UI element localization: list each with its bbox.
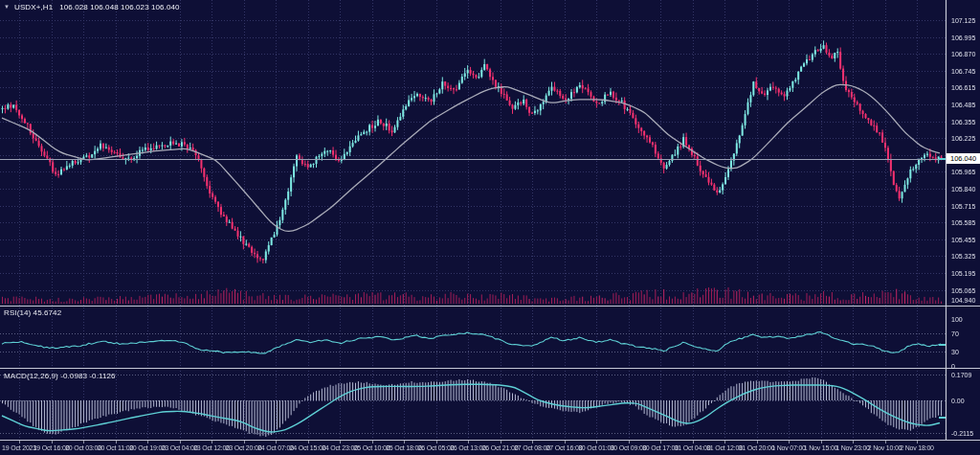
price-tick-label: 104.940 xyxy=(951,297,975,304)
time-tick-label: 20 Oct 11:00 xyxy=(98,444,133,451)
time-tick-label: 30 Oct 17:00 xyxy=(642,444,679,451)
price-tick-label: 105.840 xyxy=(951,186,975,193)
price-tick-label: 105.065 xyxy=(951,286,975,293)
time-tick-label: 31 Oct 20:00 xyxy=(739,444,775,451)
time-tick-label: 31 Oct 12:00 xyxy=(706,444,743,451)
time-tick-label: 1 Nov 23:00 xyxy=(835,444,870,451)
price-tick-label: 105.715 xyxy=(951,202,975,209)
time-tick-label: 19 Oct 2023 xyxy=(2,444,36,451)
macd-axis[interactable]: 0.17090.00-0.2115 xyxy=(946,370,980,440)
macd-tick-label: -0.2115 xyxy=(951,429,973,436)
macd-tick-label: 0.1709 xyxy=(951,371,971,377)
current-price-value: 106.040 xyxy=(950,154,976,163)
time-tick-label: 27 Oct 08:00 xyxy=(514,444,550,451)
chart-title: ▼USDX+,H1106.028 106.048 106.023 106.040 xyxy=(4,3,180,11)
chart-menu-triangle-icon[interactable]: ▼ xyxy=(4,4,10,10)
chart-ohlc-values: 106.028 106.048 106.023 106.040 xyxy=(59,3,179,11)
macd-indicator-label: MACD(12,26,9) -0.0983 -0.1126 xyxy=(4,372,116,380)
time-tick-label: 30 Oct 09:00 xyxy=(611,444,647,451)
price-tick-label: 105.195 xyxy=(951,270,975,277)
time-tick-label: 25 Oct 10:00 xyxy=(354,444,390,451)
rsi-tick-label: 100 xyxy=(951,316,963,323)
price-chart-canvas[interactable] xyxy=(0,0,980,455)
time-tick-label: 24 Oct 23:00 xyxy=(322,444,358,451)
price-tick-label: 105.585 xyxy=(951,219,975,226)
time-tick-label: 23 Oct 04:00 xyxy=(162,444,198,451)
time-tick-label: 30 Oct 01:00 xyxy=(578,444,614,451)
price-tick-label: 106.225 xyxy=(951,135,975,142)
chart-window: ▼USDX+,H1106.028 106.048 106.023 106.040… xyxy=(0,0,980,455)
time-tick-label: 26 Oct 13:00 xyxy=(450,444,486,451)
price-tick-label: 106.485 xyxy=(951,102,975,108)
price-tick-label: 105.965 xyxy=(951,169,975,175)
rsi-indicator-label: RSI(14) 45.6742 xyxy=(4,308,61,317)
time-tick-label: 20 Oct 03:00 xyxy=(65,444,101,451)
time-tick-label: 31 Oct 04:00 xyxy=(675,444,711,451)
price-tick-label: 106.355 xyxy=(951,118,975,125)
time-tick-label: 27 Oct 16:00 xyxy=(546,444,583,451)
time-tick-label: 24 Oct 15:00 xyxy=(290,444,326,451)
price-tick-label: 106.995 xyxy=(951,34,975,40)
time-tick-label: 20 Oct 19:00 xyxy=(129,444,166,451)
time-tick-label: 25 Oct 18:00 xyxy=(386,444,422,451)
price-tick-label: 106.870 xyxy=(951,51,975,57)
price-tick-label: 106.745 xyxy=(951,67,975,74)
rsi-tick-label: 0 xyxy=(951,363,955,370)
current-price-box: 106.040 xyxy=(947,153,980,164)
time-tick-label: 26 Oct 21:00 xyxy=(482,444,519,451)
macd-tick-label: 0.00 xyxy=(951,398,965,404)
rsi-axis[interactable]: 10070300 xyxy=(946,307,980,368)
time-tick-label: 1 Nov 07:00 xyxy=(771,444,806,451)
rsi-tick-label: 70 xyxy=(951,330,959,336)
chart-symbol-timeframe: USDX+,H1 xyxy=(14,3,53,11)
rsi-tick-label: 30 xyxy=(951,349,959,355)
price-tick-label: 105.325 xyxy=(951,253,975,260)
time-tick-label: 1 Nov 15:00 xyxy=(804,444,838,451)
time-tick-label: 26 Oct 05:00 xyxy=(418,444,455,451)
time-tick-label: 24 Oct 07:00 xyxy=(257,444,294,451)
time-axis[interactable]: 19 Oct 202319 Oct 16:0020 Oct 03:0020 Oc… xyxy=(0,441,980,455)
price-tick-label: 105.455 xyxy=(951,236,975,242)
time-tick-label: 2 Nov 10:00 xyxy=(868,444,902,451)
time-tick-label: 23 Oct 12:00 xyxy=(193,444,230,451)
time-tick-label: 19 Oct 16:00 xyxy=(33,444,70,451)
time-tick-label: 2 Nov 18:00 xyxy=(900,444,934,451)
price-tick-label: 107.125 xyxy=(951,17,975,24)
price-tick-label: 106.615 xyxy=(951,84,975,91)
time-tick-label: 23 Oct 20:00 xyxy=(226,444,262,451)
